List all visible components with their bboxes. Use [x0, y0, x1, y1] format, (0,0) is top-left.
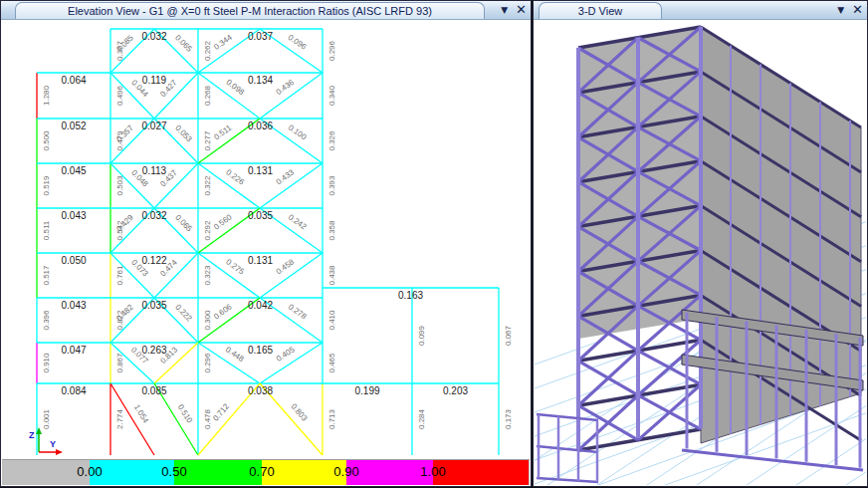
- column-ratio-label: 0.438: [327, 265, 336, 286]
- column-ratio-label: 0.358: [327, 220, 336, 241]
- beam-ratio-label: 0.032: [141, 31, 166, 42]
- beam-ratio-label: 0.052: [61, 121, 86, 131]
- column-ratio-label: 0.410: [327, 310, 336, 331]
- column-ratio-label: 0.465: [327, 353, 336, 373]
- 3d-viewport[interactable]: [535, 20, 866, 485]
- column-ratio-label: 0.099: [417, 325, 426, 346]
- 3d-model-drawing[interactable]: [535, 20, 866, 485]
- column-ratio-label: 0.511: [42, 220, 51, 240]
- column-ratio-label: 0.496: [115, 85, 124, 106]
- beam-ratio-label: 0.134: [248, 75, 273, 86]
- column-ratio-label: 0.268: [203, 85, 212, 106]
- legend-label-090: 0.90: [328, 464, 364, 479]
- beam-ratio-label: 0.043: [61, 210, 86, 221]
- column-ratio-label: 0.001: [42, 408, 51, 429]
- column-ratio-label: 0.761: [115, 265, 124, 286]
- beam-ratio-label: 0.122: [141, 255, 166, 266]
- beam-ratio-label: 0.042: [248, 300, 273, 311]
- column-ratio-label: 1.280: [42, 85, 51, 106]
- beam-ratio-label: 0.038: [248, 385, 273, 396]
- column-ratio-label: 0.292: [203, 220, 212, 241]
- elevation-drawing[interactable]: 1.2800.5000.5190.5110.5170.3960.9100.001…: [2, 20, 530, 463]
- beam-ratio-label: 0.032: [141, 210, 166, 221]
- beam-ratio-label: 0.203: [443, 385, 468, 396]
- column-ratio-label: 2.774: [115, 408, 124, 429]
- beam-ratio-label: 0.047: [61, 345, 86, 356]
- close-icon[interactable]: ✕: [852, 1, 863, 19]
- column-ratio-label: 0.173: [504, 408, 513, 429]
- beam-ratio-label: 0.050: [61, 255, 86, 266]
- window-menu-icon[interactable]: ▼: [501, 1, 508, 19]
- column-ratio-label: 0.713: [327, 408, 336, 429]
- axis-triad: ZY: [29, 427, 63, 455]
- beam-ratio-label: 0.131: [248, 165, 273, 176]
- column-ratio-label: 0.867: [115, 353, 124, 373]
- 3d-window: 3-D View ▼ ✕: [533, 0, 868, 487]
- column-ratio-label: 0.519: [42, 175, 51, 196]
- axis-z-label: Z: [29, 430, 35, 440]
- beam-ratio-label: 0.163: [398, 290, 423, 301]
- legend-label-000: 0.00: [72, 464, 108, 479]
- 3d-title-tab[interactable]: 3-D View: [539, 2, 662, 19]
- beam-ratio-label: 0.035: [248, 210, 273, 221]
- brace-ratio-label: 0.511: [212, 122, 233, 141]
- x-brace-3d: [578, 405, 638, 440]
- 3d-window-title: 3-D View: [578, 5, 622, 17]
- beam-ratio-label: 0.119: [142, 75, 167, 86]
- brace-ratio-label: 0.448: [224, 345, 246, 364]
- window-menu-icon[interactable]: ▼: [837, 1, 844, 19]
- column-ratio-label: 0.323: [203, 265, 212, 286]
- legend-label-070: 0.70: [244, 464, 280, 479]
- column-ratio-label: 0.393: [327, 175, 336, 196]
- column-ratio-label: 0.284: [417, 408, 426, 429]
- brace-ratio-label: 0.510: [176, 403, 194, 425]
- column-ratio-label: 0.396: [42, 310, 51, 331]
- close-icon[interactable]: ✕: [516, 1, 527, 19]
- beam-ratio-label: 0.037: [248, 31, 273, 42]
- beam-ratio-label: 0.131: [248, 255, 273, 266]
- beam-ratio-label: 0.035: [141, 300, 166, 311]
- elevation-title-tab[interactable]: Elevation View - G1 @ X=0 ft Steel P-M I…: [15, 2, 485, 19]
- 3d-titlebar[interactable]: 3-D View ▼ ✕: [534, 1, 867, 20]
- column-ratio-label: 0.296: [203, 353, 212, 373]
- beam-ratio-label: 0.036: [248, 121, 273, 131]
- column-ratio-label: 0.503: [115, 175, 124, 196]
- beam-ratio-label: 0.199: [354, 385, 379, 396]
- column-ratio-label: 0.262: [203, 40, 212, 61]
- brace-ratio-label: 1.054: [132, 403, 150, 425]
- elevation-viewport[interactable]: 1.2800.5000.5190.5110.5170.3960.9100.001…: [2, 20, 530, 485]
- column-ratio-label: 0.067: [504, 325, 513, 346]
- axis-y-label: Y: [50, 439, 56, 449]
- column-ratio-label: 0.296: [327, 40, 336, 61]
- beam-ratio-label: 0.165: [248, 345, 273, 356]
- beam-ratio-label: 0.084: [61, 385, 86, 396]
- beam-ratio-label: 0.027: [141, 121, 166, 131]
- beam-ratio-label: 0.113: [142, 165, 167, 176]
- ratio-color-legend: 0.00 0.50 0.70 0.90 1.00: [2, 459, 530, 485]
- column-ratio-label: 0.500: [42, 130, 51, 151]
- column-ratio-label: 0.910: [42, 353, 51, 373]
- column-ratio-label: 0.322: [203, 175, 212, 196]
- elevation-titlebar[interactable]: Elevation View - G1 @ X=0 ft Steel P-M I…: [1, 1, 531, 20]
- beam-ratio-label: 0.064: [61, 75, 86, 86]
- column-ratio-label: 0.300: [203, 310, 212, 331]
- elevation-window: Elevation View - G1 @ X=0 ft Steel P-M I…: [0, 0, 532, 487]
- column-ratio-label: 0.478: [203, 408, 212, 429]
- annex-beam-3d: [537, 414, 598, 420]
- column-ratio-label: 0.340: [327, 85, 336, 106]
- column-ratio-label: 0.277: [203, 130, 212, 151]
- legend-label-100: 1.00: [415, 464, 451, 479]
- beam-ratio-label: 0.043: [61, 300, 86, 311]
- column-ratio-label: 0.326: [327, 130, 336, 151]
- beam-ratio-label: 0.045: [61, 165, 86, 176]
- column-ratio-label: 0.517: [42, 265, 51, 286]
- x-brace-3d: [638, 395, 701, 429]
- brace-ratio-label: 0.405: [275, 345, 297, 364]
- beam-ratio-label: 0.085: [141, 385, 166, 396]
- elevation-window-title: Elevation View - G1 @ X=0 ft Steel P-M I…: [68, 5, 432, 17]
- legend-label-050: 0.50: [156, 464, 192, 479]
